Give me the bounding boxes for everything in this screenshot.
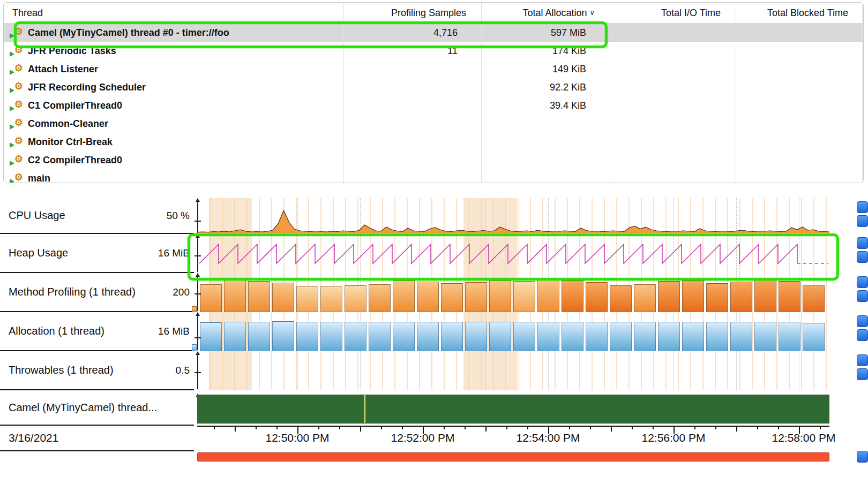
lane-zoom-in-button[interactable] [857, 315, 868, 327]
histogram-bar[interactable] [393, 322, 415, 351]
green-arrow-icon [10, 179, 14, 183]
histogram-bar[interactable] [586, 322, 608, 351]
histogram-bar[interactable] [658, 322, 680, 351]
histogram-bar[interactable] [706, 283, 728, 312]
allocation-histogram[interactable] [197, 312, 829, 351]
histogram-bar[interactable] [779, 281, 800, 312]
lane-zoom-out-button[interactable] [857, 251, 868, 263]
thread-row[interactable]: ⚙main [4, 169, 863, 183]
thread-icon: ⚙ [11, 46, 23, 56]
histogram-bar[interactable] [489, 281, 511, 313]
column-header-profiling-samples[interactable]: Profiling Samples [343, 7, 481, 19]
histogram-bar[interactable] [465, 282, 487, 312]
column-header-total-allocation[interactable]: Total Allocation∨ [481, 7, 610, 19]
histogram-bar[interactable] [513, 281, 535, 312]
time-tick-label: 12:54:00 PM [497, 432, 599, 444]
histogram-bar[interactable] [441, 283, 463, 312]
histogram-bar[interactable] [754, 322, 776, 351]
thread-row[interactable]: ⚙C1 CompilerThread0 39.4 KiB [4, 96, 863, 115]
thread-name: main [28, 173, 50, 184]
lane-zoom-out-button[interactable] [857, 329, 868, 341]
histogram-bar[interactable] [272, 283, 294, 312]
thread-row-selected[interactable]: ⚙Camel (MyTinyCamel) thread #0 - timer:/… [4, 24, 863, 42]
cpu-lane-axis [197, 199, 198, 233]
histogram-bar[interactable] [730, 322, 752, 351]
lane-zoom-in-button[interactable] [857, 237, 868, 249]
column-header-total-blocked-time[interactable]: Total Blocked Time [736, 7, 863, 19]
total-allocation-value: 174 KiB [481, 46, 610, 57]
time-tick [736, 427, 737, 432]
histogram-bar[interactable] [417, 322, 439, 351]
heap-usage-chart[interactable] [197, 234, 829, 273]
axis-tick [194, 255, 201, 256]
histogram-bar[interactable] [779, 322, 800, 351]
histogram-bar[interactable] [296, 322, 318, 351]
histogram-bar[interactable] [730, 282, 752, 312]
column-header-total-io-time[interactable]: Total I/O Time [610, 7, 736, 19]
histogram-bar[interactable] [610, 322, 632, 351]
histogram-bar[interactable] [369, 284, 391, 313]
histogram-bar[interactable] [586, 282, 608, 312]
histogram-bar[interactable] [513, 322, 535, 351]
column-header-thread[interactable]: Thread [4, 7, 343, 19]
histogram-bar[interactable] [489, 322, 511, 351]
histogram-bar[interactable] [320, 322, 342, 351]
column-divider [610, 3, 610, 183]
histogram-bar[interactable] [224, 278, 246, 312]
histogram-bar[interactable] [272, 321, 294, 351]
histogram-bar[interactable] [345, 322, 366, 351]
histogram-bar[interactable] [562, 322, 583, 351]
lane-label-text: Method Profiling (1 thread) [9, 286, 136, 298]
histogram-bar[interactable] [803, 285, 825, 312]
lane-zoom-out-button[interactable] [857, 290, 868, 302]
timeline-range-scrollbar[interactable] [197, 452, 829, 462]
histogram-bar[interactable] [369, 322, 391, 351]
histogram-bar[interactable] [682, 281, 704, 313]
histogram-bar[interactable] [610, 285, 632, 312]
scrollbar-corner-button[interactable] [857, 451, 868, 463]
histogram-bar[interactable] [248, 322, 270, 351]
thread-row[interactable]: ⚙JFR Periodic Tasks 11 174 KiB [4, 42, 863, 60]
histogram-bar[interactable] [248, 281, 270, 312]
histogram-bar[interactable] [296, 286, 318, 312]
time-tick [611, 427, 612, 432]
histogram-bar[interactable] [658, 281, 680, 312]
lane-zoom-in-button[interactable] [857, 276, 868, 288]
histogram-bar[interactable] [441, 322, 463, 351]
histogram-bar[interactable] [417, 282, 439, 312]
histogram-bar[interactable] [803, 323, 825, 351]
thread-row[interactable]: ⚙JFR Recording Scheduler 92.2 KiB [4, 78, 863, 96]
lane-zoom-out-button[interactable] [857, 215, 868, 227]
histogram-bar[interactable] [754, 279, 776, 312]
thread-name: Monitor Ctrl-Break [28, 137, 113, 148]
lane-zoom-in-button[interactable] [857, 354, 868, 366]
histogram-bar[interactable] [465, 322, 487, 351]
cpu-usage-chart[interactable] [197, 198, 829, 234]
histogram-bar[interactable] [345, 285, 366, 312]
lane-axis-value: 200 [173, 286, 190, 298]
lane-zoom-in-button[interactable] [857, 201, 868, 213]
thread-row[interactable]: ⚙C2 CompilerThread0 [4, 151, 863, 169]
thread-row[interactable]: ⚙Common-Cleaner [4, 115, 863, 133]
thread-activity-span[interactable] [197, 395, 829, 424]
histogram-bar[interactable] [537, 279, 559, 312]
histogram-bar[interactable] [682, 322, 704, 351]
column-divider [862, 3, 863, 183]
thread-name: JFR Recording Scheduler [28, 82, 146, 93]
histogram-bar[interactable] [537, 322, 559, 351]
histogram-bar[interactable] [200, 284, 222, 313]
histogram-bar[interactable] [393, 281, 415, 313]
histogram-bar[interactable] [320, 286, 342, 312]
histogram-bar[interactable] [562, 281, 583, 312]
histogram-bar[interactable] [200, 322, 222, 351]
thread-row[interactable]: ⚙Monitor Ctrl-Break [4, 133, 863, 151]
histogram-bar[interactable] [634, 284, 656, 313]
timeline-date-label: 3/16/2021 [0, 426, 194, 451]
lane-zoom-out-button[interactable] [857, 368, 868, 380]
thread-row[interactable]: ⚙Attach Listener 149 KiB [4, 60, 863, 78]
histogram-bar[interactable] [634, 322, 656, 351]
method-profiling-histogram[interactable] [197, 273, 829, 312]
histogram-bar[interactable] [706, 322, 728, 351]
thread-name: Common-Cleaner [28, 118, 108, 130]
histogram-bar[interactable] [224, 322, 246, 351]
